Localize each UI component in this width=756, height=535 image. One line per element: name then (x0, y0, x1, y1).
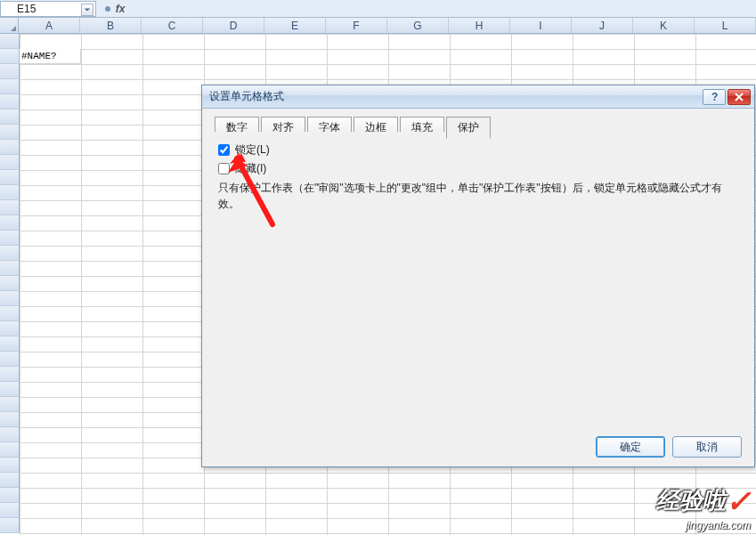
ok-button[interactable]: 确定 (596, 436, 665, 458)
row-header[interactable] (0, 185, 20, 200)
row-header[interactable] (0, 109, 20, 125)
svg-text:?: ? (711, 92, 718, 102)
tab-protect[interactable]: 保护 (446, 117, 491, 139)
col-header[interactable]: K (633, 18, 695, 33)
row-header[interactable] (0, 336, 20, 352)
name-box-value: E15 (17, 3, 36, 15)
close-button[interactable] (728, 89, 751, 105)
col-header[interactable]: B (80, 18, 142, 33)
watermark-check-icon: ✓ (726, 484, 751, 518)
row-header[interactable] (0, 427, 20, 442)
row-header[interactable] (0, 246, 20, 261)
row-header[interactable] (0, 79, 20, 94)
col-header[interactable]: G (387, 18, 449, 33)
lock-checkbox-row[interactable]: 锁定(L) (218, 142, 738, 158)
row-header[interactable] (0, 442, 20, 458)
col-header[interactable]: I (510, 18, 572, 33)
row-header[interactable] (0, 488, 20, 503)
row-header[interactable] (0, 261, 20, 276)
watermark: 经验啦✓ jingyanla.com (656, 483, 751, 531)
col-header[interactable]: C (142, 18, 203, 33)
row-header[interactable] (0, 170, 20, 185)
lock-label: 锁定(L) (235, 142, 270, 158)
row-header[interactable] (0, 518, 20, 533)
row-header[interactable] (0, 64, 20, 79)
lock-checkbox[interactable] (218, 144, 230, 156)
row-header[interactable] (0, 125, 20, 140)
row-header[interactable] (0, 200, 20, 215)
row-header[interactable] (0, 306, 20, 321)
watermark-text: 经验啦 (656, 485, 726, 516)
cell-a2[interactable]: #NAME? (20, 49, 81, 64)
row-header[interactable] (0, 94, 20, 109)
col-header[interactable]: J (572, 18, 633, 33)
dialog-content: 锁定(L) 隐藏(I) 只有保护工作表（在"审阅"选项卡上的"更改"组中，单击"… (202, 132, 754, 426)
select-all-corner[interactable] (0, 18, 19, 33)
formula-bar: E15 fx (0, 0, 756, 18)
dialog-titlebar[interactable]: 设置单元格格式 ? (202, 85, 754, 109)
row-header[interactable] (0, 352, 20, 367)
column-headers: A B C D E F G H I J K L (0, 18, 756, 34)
protect-note: 只有保护工作表（在"审阅"选项卡上的"更改"组中，单击"保护工作表"按钮）后，锁… (218, 180, 738, 212)
row-header[interactable] (0, 215, 20, 231)
row-header[interactable] (0, 503, 20, 518)
col-header[interactable]: E (264, 18, 326, 33)
dialog-buttons: 确定 取消 (596, 436, 742, 458)
row-header[interactable] (0, 140, 20, 155)
row-header[interactable] (0, 382, 20, 397)
help-button[interactable]: ? (703, 89, 726, 105)
name-box-dropdown[interactable] (81, 4, 93, 16)
row-header[interactable] (0, 155, 20, 170)
hide-label: 隐藏(I) (235, 161, 266, 176)
col-header[interactable]: F (326, 18, 387, 33)
col-header[interactable]: L (695, 18, 756, 33)
fx-icon[interactable]: fx (110, 2, 130, 16)
row-header[interactable] (0, 367, 20, 382)
watermark-sub: jingyanla.com (686, 519, 751, 531)
format-cells-dialog: 设置单元格格式 ? 数字 对齐 字体 边框 填充 保护 锁定(L) 隐藏(I) … (201, 85, 755, 467)
hide-checkbox[interactable] (218, 163, 230, 174)
row-header[interactable] (0, 412, 20, 427)
row-header[interactable] (0, 34, 20, 49)
col-header[interactable]: A (19, 18, 80, 33)
row-header[interactable] (0, 473, 20, 488)
row-header[interactable] (0, 291, 20, 306)
name-box[interactable]: E15 (0, 1, 96, 17)
row-header[interactable] (0, 458, 20, 473)
col-header[interactable]: H (449, 18, 510, 33)
row-header[interactable] (0, 321, 20, 336)
cancel-button[interactable]: 取消 (672, 436, 742, 458)
row-header[interactable] (0, 231, 20, 246)
row-header[interactable] (0, 49, 20, 64)
col-header[interactable]: D (203, 18, 264, 33)
row-header[interactable] (0, 276, 20, 291)
hide-checkbox-row[interactable]: 隐藏(I) (218, 161, 738, 176)
dialog-title: 设置单元格格式 (206, 89, 701, 104)
row-header[interactable] (0, 397, 20, 412)
